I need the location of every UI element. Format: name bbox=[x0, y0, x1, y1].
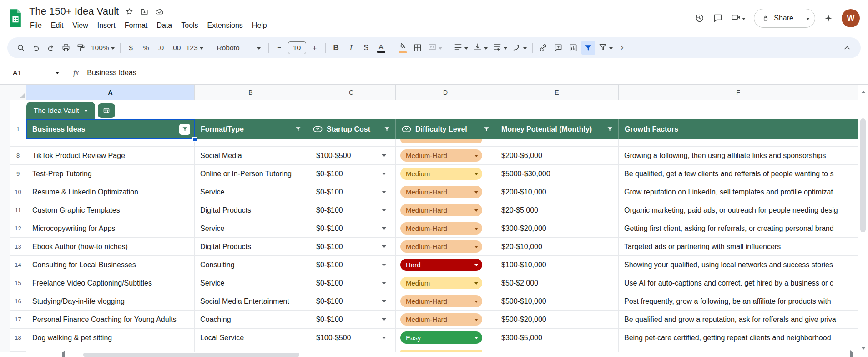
horizontal-scroll-thumb[interactable] bbox=[83, 353, 299, 357]
move-folder-icon[interactable] bbox=[140, 7, 149, 16]
cell[interactable] bbox=[307, 347, 396, 352]
menu-format[interactable]: Format bbox=[120, 20, 152, 31]
share-dropdown-button[interactable] bbox=[801, 9, 815, 27]
row-number[interactable]: 12 bbox=[10, 219, 26, 238]
row-number[interactable]: 17 bbox=[10, 311, 26, 329]
header-cell-money-potential-monthly-[interactable]: Money Potential (Monthly) bbox=[495, 119, 619, 139]
version-history-icon[interactable] bbox=[695, 13, 705, 23]
difficulty-chip[interactable]: Medium-Hard bbox=[400, 149, 482, 162]
cell-idea[interactable]: Dog walking & pet sitting bbox=[26, 329, 195, 347]
filter-icon[interactable] bbox=[295, 126, 302, 133]
create-filter-button[interactable] bbox=[581, 41, 595, 55]
cell-type[interactable]: Coaching bbox=[195, 311, 307, 329]
cell-money[interactable]: $200-$6,000 bbox=[495, 147, 619, 165]
scroll-left-button[interactable] bbox=[60, 352, 65, 357]
increase-decimal-button[interactable]: .00 bbox=[169, 41, 183, 55]
cell-cost[interactable]: $0-$100 bbox=[307, 256, 396, 274]
row-number[interactable] bbox=[10, 347, 26, 352]
row-number[interactable]: 1 bbox=[10, 119, 26, 139]
header-cell-growth-factors[interactable]: Growth Factors bbox=[619, 119, 858, 139]
cell-type[interactable]: Digital Products bbox=[195, 201, 307, 219]
filter-icon[interactable] bbox=[606, 126, 613, 133]
avatar[interactable]: W bbox=[842, 9, 860, 27]
merge-cells-button[interactable] bbox=[425, 41, 444, 55]
row-number[interactable]: 13 bbox=[10, 238, 26, 256]
cell-growth[interactable]: Grow reputation on LinkedIn, sell templa… bbox=[619, 183, 858, 201]
fill-handle[interactable] bbox=[192, 137, 197, 142]
cell-name-box[interactable]: A1 bbox=[7, 69, 63, 77]
cell-money[interactable]: $20-$5,000 bbox=[495, 201, 619, 219]
scroll-right-button[interactable] bbox=[850, 352, 855, 357]
bold-button[interactable]: B bbox=[329, 41, 343, 55]
cell-money[interactable]: $200-$10,000 bbox=[495, 183, 619, 201]
horizontal-align-button[interactable] bbox=[451, 41, 470, 55]
cell[interactable] bbox=[619, 347, 858, 352]
filter-views-button[interactable] bbox=[596, 41, 615, 55]
cell-growth[interactable]: Be qualified, get a few clients and reff… bbox=[619, 165, 858, 183]
difficulty-chip[interactable]: Medium-Hard bbox=[400, 313, 482, 326]
cell-difficulty[interactable]: Medium bbox=[396, 274, 495, 292]
redo-button[interactable] bbox=[44, 41, 58, 55]
difficulty-chip[interactable]: Medium-Hard bbox=[400, 186, 482, 198]
cell-idea[interactable]: Freelance Video Captioning/Subtitles bbox=[26, 274, 195, 292]
cell-idea[interactable]: Ebook Author (how-to niches) bbox=[26, 238, 195, 256]
meet-video-icon[interactable] bbox=[731, 12, 746, 24]
row-number[interactable]: 9 bbox=[10, 165, 26, 183]
cell-cost[interactable]: $100-$500 bbox=[307, 147, 396, 165]
menu-extensions[interactable]: Extensions bbox=[203, 20, 247, 31]
cell-money[interactable]: $500-$10,000 bbox=[495, 292, 619, 311]
table-grid-icon[interactable] bbox=[98, 103, 115, 118]
cell-growth[interactable]: Targeted ads or partnering with small in… bbox=[619, 238, 858, 256]
font-size-input[interactable]: 10 bbox=[288, 41, 306, 54]
difficulty-chip[interactable]: Medium bbox=[400, 168, 482, 180]
cell-difficulty[interactable]: Medium-Hard bbox=[396, 238, 495, 256]
select-all-corner[interactable] bbox=[0, 85, 26, 100]
cell-idea[interactable]: Test-Prep Tutoring bbox=[26, 165, 195, 183]
functions-button[interactable]: Σ bbox=[616, 41, 630, 55]
dropdown-caret-icon[interactable] bbox=[382, 191, 386, 196]
cell-growth[interactable]: Showing your qualified, using local netw… bbox=[619, 256, 858, 274]
column-header-E[interactable]: E bbox=[495, 85, 619, 100]
filter-icon[interactable] bbox=[384, 126, 390, 133]
cell-money[interactable]: $500-$20,000 bbox=[495, 311, 619, 329]
dropdown-caret-icon[interactable] bbox=[382, 245, 386, 250]
row-number[interactable]: 15 bbox=[10, 274, 26, 292]
cell[interactable] bbox=[307, 139, 396, 147]
hide-toolbar-button[interactable] bbox=[840, 41, 854, 55]
font-size-decrease-button[interactable]: − bbox=[272, 41, 287, 55]
dropdown-caret-icon[interactable] bbox=[382, 318, 386, 323]
cell-idea[interactable]: TikTok Product Review Page bbox=[26, 147, 195, 165]
row-number[interactable]: 8 bbox=[10, 147, 26, 165]
cell-idea[interactable]: Custom Graphic Templates bbox=[26, 201, 195, 219]
insert-chart-button[interactable] bbox=[566, 41, 580, 55]
cell-difficulty[interactable]: Medium-Hard bbox=[396, 183, 495, 201]
cell-difficulty[interactable]: Medium-Hard bbox=[396, 292, 495, 311]
cell-growth[interactable]: Use AI for auto-captions and correct, ge… bbox=[619, 274, 858, 292]
cell[interactable] bbox=[195, 347, 307, 352]
dropdown-caret-icon[interactable] bbox=[382, 264, 386, 269]
print-button[interactable] bbox=[59, 41, 73, 55]
menu-edit[interactable]: Edit bbox=[46, 20, 68, 31]
cell-growth[interactable]: Being pet-care certified, getting repeat… bbox=[619, 329, 858, 347]
document-title[interactable]: The 150+ Idea Vault bbox=[29, 5, 119, 17]
formula-input[interactable]: Business Ideas bbox=[87, 69, 136, 77]
cell-difficulty[interactable]: Easy bbox=[396, 329, 495, 347]
cell-growth[interactable]: Getting first client, asking for referra… bbox=[619, 219, 858, 238]
cell-money[interactable]: $5000-$30,000 bbox=[495, 165, 619, 183]
cell-type[interactable]: Social Media bbox=[195, 147, 307, 165]
dropdown-caret-icon[interactable] bbox=[382, 154, 386, 159]
fill-color-button[interactable] bbox=[395, 41, 410, 55]
menu-file[interactable]: File bbox=[25, 20, 46, 31]
cell-idea[interactable]: Resume & LinkedIn Optimization bbox=[26, 183, 195, 201]
column-header-B[interactable]: B bbox=[195, 85, 307, 100]
horizontal-scrollbar[interactable] bbox=[26, 352, 858, 357]
difficulty-chip[interactable]: Easy bbox=[400, 332, 482, 344]
vertical-align-button[interactable] bbox=[471, 41, 490, 55]
cell-cost[interactable]: $0-$100 bbox=[307, 201, 396, 219]
italic-button[interactable]: I bbox=[344, 41, 358, 55]
header-cell-difficulty-level[interactable]: Difficulty Level bbox=[396, 119, 495, 139]
cell-money[interactable]: $300-$5,000 bbox=[495, 329, 619, 347]
insert-comment-button[interactable] bbox=[551, 41, 565, 55]
cell-cost[interactable]: $0-$100 bbox=[307, 219, 396, 238]
scroll-up-button[interactable] bbox=[858, 85, 868, 100]
